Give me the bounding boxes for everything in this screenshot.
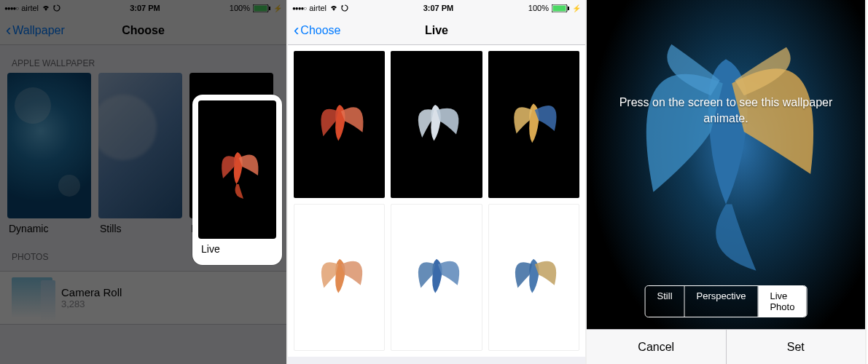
status-time: 3:07 PM: [130, 4, 160, 12]
charging-icon: ⚡: [273, 4, 282, 12]
back-button[interactable]: ‹ Choose: [288, 21, 346, 40]
wallpaper-category-dynamic[interactable]: Dynamic: [7, 73, 91, 239]
screen-live-grid: ●●●●○ airtel 3:07 PM 100% ⚡ ‹ Choose Liv…: [288, 0, 587, 364]
cancel-button[interactable]: Cancel: [587, 330, 726, 364]
status-time: 3:07 PM: [423, 4, 454, 12]
live-wallpaper-5[interactable]: [391, 204, 482, 351]
battery-icon: [253, 4, 270, 12]
svg-rect-1: [254, 5, 267, 11]
album-title: Camera Roll: [61, 286, 122, 298]
nav-bar: ‹ Wallpaper Choose: [0, 16, 286, 45]
svg-rect-4: [552, 5, 566, 11]
screen-wallpaper-preview: Press on the screen to see this wallpape…: [587, 0, 867, 364]
bottom-bar: Cancel Set: [587, 329, 865, 364]
wifi-icon: [329, 4, 338, 12]
album-thumbnail: [12, 277, 52, 318]
display-mode-segmented-control: Still Perspective Live Photo: [645, 285, 808, 317]
charging-icon: ⚡: [572, 4, 581, 12]
chevron-left-icon: ‹: [6, 21, 11, 40]
album-camera-roll[interactable]: Camera Roll 3,283: [0, 271, 286, 325]
live-wallpaper-6[interactable]: [488, 204, 579, 351]
section-apple-wallpaper: APPLE WALLPAPER: [0, 45, 286, 73]
live-wallpaper-2[interactable]: [391, 51, 482, 198]
seg-perspective[interactable]: Perspective: [685, 286, 759, 317]
live-wallpaper-4[interactable]: [294, 204, 385, 351]
nav-bar: ‹ Choose Live: [288, 16, 585, 45]
back-label: Wallpaper: [12, 24, 64, 37]
refresh-icon: [341, 4, 348, 12]
highlight-live-category[interactable]: Live: [192, 95, 282, 265]
refresh-icon: [53, 4, 60, 12]
battery-pct: 100%: [230, 4, 250, 12]
live-wallpaper-1[interactable]: [294, 51, 385, 198]
seg-live-photo[interactable]: Live Photo: [758, 286, 806, 317]
status-bar: ●●●●○ airtel 3:07 PM 100% ⚡: [0, 0, 286, 16]
seg-still[interactable]: Still: [646, 286, 685, 317]
svg-rect-5: [568, 7, 569, 10]
screen-choose-wallpaper: ●●●●○ airtel 3:07 PM 100% ⚡ ‹: [0, 0, 288, 364]
live-wallpaper-3[interactable]: [488, 51, 579, 198]
album-count: 3,283: [61, 298, 122, 309]
signal-dots-icon: ●●●●○: [4, 5, 18, 12]
fish-icon: [598, 11, 854, 277]
back-label: Choose: [300, 24, 340, 37]
svg-rect-2: [269, 7, 270, 10]
battery-icon: [552, 4, 569, 12]
fish-icon: [206, 132, 269, 208]
chevron-left-icon: ‹: [294, 21, 299, 40]
status-bar: ●●●●○ airtel 3:07 PM 100% ⚡: [288, 0, 585, 16]
set-button[interactable]: Set: [726, 330, 866, 364]
battery-pct: 100%: [528, 4, 549, 12]
wallpaper-category-stills[interactable]: Stills: [98, 73, 182, 239]
carrier-label: airtel: [21, 4, 39, 12]
wifi-icon: [42, 4, 50, 12]
signal-dots-icon: ●●●●○: [292, 5, 306, 12]
animation-hint-text: Press on the screen to see this wallpape…: [616, 95, 836, 126]
carrier-label: airtel: [309, 4, 327, 12]
back-button[interactable]: ‹ Wallpaper: [0, 21, 71, 40]
